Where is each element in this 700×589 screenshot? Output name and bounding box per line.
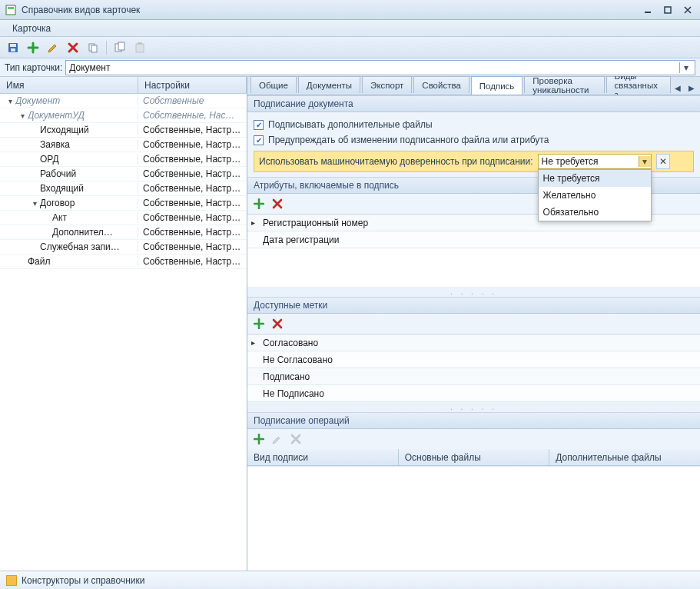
minimize-button[interactable]	[640, 4, 655, 16]
marks-grid[interactable]: ▸Согласовано Не Согласовано Подписано Не…	[247, 334, 700, 402]
marks-row[interactable]: Не Согласовано	[247, 351, 700, 368]
poa-dropdown-list[interactable]: Не требуется Желательно Обязательно	[538, 169, 652, 221]
chevron-down-icon[interactable]: ▾	[679, 62, 692, 73]
card-type-value: Документ	[69, 62, 679, 73]
attrs-cell: Дата регистрации	[258, 235, 343, 245]
status-text[interactable]: Конструкторы и справочники	[22, 575, 144, 586]
marks-add-button[interactable]	[252, 317, 266, 331]
tab-6[interactable]: Виды связанных з	[606, 76, 671, 93]
poa-label: Использовать машиночитаемую доверенность…	[259, 156, 533, 167]
attrs-delete-button[interactable]	[270, 197, 284, 211]
chk-sign-additional-label: Подписывать дополнительные файлы	[268, 119, 433, 130]
svg-rect-0	[6, 5, 15, 15]
tree-row[interactable]: Служебная запи…Собственные, Настро…	[0, 240, 247, 255]
expand-icon[interactable]: ▾	[17, 111, 28, 120]
marks-cell: Не Согласовано	[258, 354, 337, 365]
attrs-empty	[247, 248, 700, 287]
maximize-button[interactable]	[660, 4, 675, 16]
tab-2[interactable]: Экспорт	[362, 76, 412, 93]
tabstrip: ОбщиеДокументыЭкспортСвойстваПодписьПров…	[247, 77, 700, 95]
tree-node-name: Исходящий	[40, 125, 138, 135]
edit-button[interactable]	[45, 39, 61, 56]
tree-row[interactable]: Дополнител…Собственные, Настро…	[0, 225, 247, 240]
tree-node-name: Служебная запи…	[40, 241, 138, 252]
ops-edit-button[interactable]	[270, 432, 284, 446]
expand-icon[interactable]: ▾	[29, 199, 40, 208]
attrs-add-button[interactable]	[252, 197, 266, 211]
expand-icon[interactable]: ▾	[5, 97, 15, 105]
tab-4[interactable]: Подпись	[471, 76, 523, 95]
tree-node-name: Заявка	[40, 139, 138, 150]
poa-clear-button[interactable]: ✕	[656, 154, 670, 169]
tree-body[interactable]: ▾ДокументСобственные▾ДокументУДСобственн…	[0, 94, 247, 571]
tree-node-settings: Собственные, Настро…	[138, 125, 247, 135]
tree-node-settings: Собственные, Настро…	[138, 241, 247, 252]
tab-scroll-left-icon[interactable]: ◀	[672, 82, 683, 93]
svg-rect-11	[136, 44, 144, 52]
poa-option[interactable]: Обязательно	[539, 204, 651, 221]
poa-option[interactable]: Не требуется	[539, 170, 651, 187]
tree-row[interactable]: ФайлСобственные, Настро…	[0, 255, 247, 269]
ops-delete-button[interactable]	[289, 432, 303, 446]
tree-row[interactable]: ОРДСобственные, Настро…	[0, 152, 247, 167]
poa-value: Не требуется	[539, 156, 639, 167]
tree-node-name: Рабочий	[40, 168, 138, 179]
tab-3[interactable]: Свойства	[413, 76, 469, 93]
col-settings-header[interactable]: Настройки	[138, 77, 247, 93]
ops-grid-empty[interactable]	[247, 466, 700, 571]
marks-cell: Согласовано	[258, 338, 323, 348]
tree-row[interactable]: ▾ДокументУДСобственные, Наст…	[0, 108, 247, 123]
ops-col-main[interactable]: Основные файлы	[399, 449, 550, 465]
tree-row[interactable]: ▾ДокументСобственные	[0, 94, 247, 108]
col-name-header[interactable]: Имя	[0, 77, 138, 93]
splitter[interactable]: . . . . .	[247, 402, 700, 412]
tree-node-settings: Собственные, Настро…	[138, 139, 247, 150]
toolbar	[0, 37, 700, 58]
menu-card[interactable]: Карточка	[6, 21, 57, 36]
card-type-combo[interactable]: Документ ▾	[65, 60, 695, 75]
copy-button[interactable]	[85, 39, 101, 56]
save-button[interactable]	[5, 39, 22, 56]
tree-headers: Имя Настройки	[0, 77, 247, 94]
chevron-down-icon[interactable]: ▾	[639, 156, 651, 167]
marks-row[interactable]: Не Подписано	[247, 385, 700, 402]
tab-body: Подписание документа ✔ Подписывать допол…	[247, 95, 700, 571]
poa-option[interactable]: Желательно	[539, 187, 651, 204]
paste-button[interactable]	[131, 39, 148, 56]
tab-scroll-right-icon[interactable]: ▶	[686, 82, 697, 93]
poa-row: Использовать машиночитаемую доверенность…	[254, 151, 694, 172]
window-title: Справочник видов карточек	[22, 5, 635, 15]
tree-node-name: Файл	[28, 256, 138, 267]
ops-col-type[interactable]: Вид подписи	[247, 449, 399, 465]
tree-row[interactable]: РабочийСобственные, Настро…	[0, 167, 247, 181]
tree-row[interactable]: ▾ДоговорСобственные, Настро…	[0, 196, 247, 211]
tree-row[interactable]: ЗаявкаСобственные, Настро…	[0, 138, 247, 152]
tree-node-settings: Собственные, Наст…	[138, 110, 247, 121]
poa-combo[interactable]: Не требуется ▾ Не требуется Желательно О…	[538, 154, 652, 169]
close-button[interactable]	[680, 4, 695, 16]
checkbox-icon[interactable]: ✔	[254, 135, 264, 145]
chk-warn-change[interactable]: ✔ Предупреждать об изменении подписанног…	[254, 132, 694, 148]
ops-col-extra[interactable]: Дополнительные файлы	[549, 449, 700, 465]
ops-add-button[interactable]	[252, 432, 266, 446]
tree-row[interactable]: ИсходящийСобственные, Настро…	[0, 123, 247, 138]
splitter[interactable]: . . . . .	[247, 287, 700, 297]
delete-button[interactable]	[65, 39, 81, 56]
tab-1[interactable]: Документы	[298, 76, 360, 93]
duplicate-button[interactable]	[111, 39, 128, 56]
tree-node-settings: Собственные, Настро…	[138, 168, 247, 179]
tab-5[interactable]: Проверка уникальности	[524, 76, 604, 93]
marks-cell: Не Подписано	[258, 388, 329, 399]
add-button[interactable]	[25, 39, 41, 56]
tab-0[interactable]: Общие	[250, 76, 297, 93]
tree-row[interactable]: ВходящийСобственные, Настро…	[0, 181, 247, 196]
marks-row[interactable]: Подписано	[247, 368, 700, 385]
tree-row[interactable]: АктСобственные, Настро…	[0, 211, 247, 225]
marks-row[interactable]: ▸Согласовано	[247, 334, 700, 351]
checkbox-icon[interactable]: ✔	[254, 120, 264, 130]
tree-panel: Имя Настройки ▾ДокументСобственные▾Докум…	[0, 77, 247, 571]
marks-delete-button[interactable]	[270, 317, 284, 331]
details-panel: ОбщиеДокументыЭкспортСвойстваПодписьПров…	[247, 77, 700, 571]
chk-sign-additional[interactable]: ✔ Подписывать дополнительные файлы	[254, 117, 694, 132]
attrs-row[interactable]: Дата регистрации	[247, 231, 700, 248]
